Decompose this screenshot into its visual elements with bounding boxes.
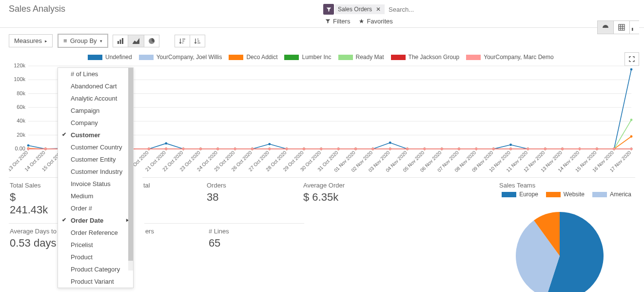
sales-teams-pie (516, 212, 604, 292)
search-facet-label: Sales Orders ✕ (335, 4, 385, 14)
groupby-option[interactable]: Invoice Status (58, 178, 133, 190)
chart-legend: UndefinedYourCompany, Joel WillisDeco Ad… (9, 51, 635, 63)
metric-total-sales: Total Sales $ 241.43k (9, 177, 59, 221)
svg-text:20k: 20k (17, 132, 25, 138)
legend-item[interactable]: Deco Addict (229, 54, 277, 61)
groupby-button[interactable]: ≡ Group By ▾ (58, 34, 108, 48)
svg-point-310 (492, 148, 495, 150)
svg-point-67 (27, 145, 30, 147)
svg-point-246 (630, 119, 633, 121)
svg-point-294 (216, 148, 219, 150)
groupby-option[interactable]: Customer Industry (58, 166, 133, 178)
metric-avg-order: Average Order $ 6.35k (302, 177, 495, 221)
metric-title: Orders (207, 182, 297, 189)
svg-point-306 (423, 148, 426, 150)
sales-teams-title: Sales Teams (499, 182, 631, 189)
groupby-option[interactable]: Product (58, 251, 133, 263)
svg-point-290 (148, 148, 150, 150)
svg-point-303 (371, 148, 374, 150)
facet-text: Sales Orders (338, 6, 372, 13)
facet-remove-icon[interactable]: ✕ (375, 6, 382, 13)
metric-lines: # Lines 65 (208, 223, 304, 254)
groupby-option[interactable]: Customer (58, 129, 133, 141)
svg-point-308 (458, 148, 460, 150)
svg-point-95 (509, 144, 512, 146)
svg-point-300 (320, 148, 322, 150)
svg-point-314 (561, 148, 564, 150)
metric-title: Average Order (303, 182, 490, 189)
svg-point-316 (596, 148, 598, 150)
metric-value: $ 241.43k (10, 191, 55, 216)
dropdown-scrollbar[interactable] (128, 68, 133, 271)
groupby-option[interactable]: Company (58, 117, 133, 129)
svg-text:80k: 80k (17, 90, 25, 96)
page-title: Sales Analysis (9, 4, 65, 14)
metric-value: 38 (207, 191, 297, 204)
sort-asc-button[interactable] (190, 35, 205, 47)
bar-chart-button[interactable] (113, 35, 128, 47)
line-chart-button[interactable] (128, 35, 144, 47)
search-facet[interactable] (323, 4, 334, 15)
groupby-option[interactable]: # of Lines (58, 68, 133, 80)
metric-untaxed: tal (142, 177, 206, 221)
legend-item[interactable]: YourCompany, Joel Willis (139, 54, 222, 61)
groupby-option[interactable]: Customer Country (58, 141, 133, 153)
groupby-option[interactable]: Customer Entity (58, 153, 133, 166)
svg-point-302 (354, 148, 357, 150)
groupby-label: Group By (70, 37, 97, 44)
legend-item[interactable]: Undefined (88, 54, 132, 61)
legend-item[interactable]: Ready Mat (338, 54, 384, 61)
svg-rect-7 (117, 41, 119, 44)
metric-value: 65 (209, 237, 299, 250)
svg-point-88 (389, 142, 391, 144)
svg-point-299 (303, 148, 305, 150)
groupby-option[interactable]: Order Date (58, 214, 133, 227)
legend-item[interactable]: YourCompany, Marc Demo (466, 54, 553, 61)
groupby-dropdown: # of LinesAbandoned CartAnalytic Account… (58, 67, 134, 288)
favorites-label: Favorites (367, 18, 392, 25)
pie-chart-button[interactable] (144, 35, 159, 47)
team-legend-item[interactable]: America (592, 191, 631, 198)
svg-point-293 (199, 148, 202, 150)
dropdown-scrollbar-thumb[interactable] (128, 68, 133, 261)
metric-avg-days: Average Days to 0.53 days (9, 223, 61, 254)
filters-label: Filters (333, 18, 350, 25)
svg-point-318 (630, 148, 633, 150)
svg-point-304 (389, 148, 391, 150)
svg-rect-8 (119, 40, 121, 44)
svg-point-81 (268, 143, 271, 146)
svg-rect-9 (122, 38, 123, 44)
search-zone: Sales Orders ✕ Filters Favorites (323, 4, 635, 25)
svg-point-292 (182, 148, 185, 150)
groupby-option[interactable]: Product Variant (58, 275, 133, 288)
team-legend-item[interactable]: Website (546, 191, 585, 198)
sort-group (175, 35, 205, 47)
svg-text:100k: 100k (14, 76, 25, 82)
groupby-option[interactable]: Abandoned Cart (58, 80, 133, 92)
groupby-option[interactable]: Analytic Account (58, 92, 133, 104)
svg-point-284 (44, 148, 47, 150)
metric-title: Total Sales (10, 182, 55, 189)
legend-item[interactable]: The Jackson Group (391, 54, 460, 61)
groupby-option[interactable]: Pricelist (58, 239, 133, 251)
groupby-option[interactable]: Product Category (58, 263, 133, 275)
team-legend-item[interactable]: Europe (502, 191, 538, 198)
caret-right-icon: ▸ (45, 39, 47, 43)
svg-point-283 (27, 148, 30, 150)
groupby-option[interactable]: Order Reference (58, 227, 133, 239)
sort-desc-button[interactable] (175, 35, 190, 47)
groupby-option[interactable]: Order # (58, 202, 133, 214)
measures-button[interactable]: Measures ▸ (9, 34, 53, 47)
groupby-option[interactable]: Medium (58, 190, 133, 202)
favorites-button[interactable]: Favorites (359, 18, 392, 25)
list-icon: ≡ (63, 37, 67, 44)
filters-button[interactable]: Filters (325, 18, 350, 25)
caret-down-icon: ▾ (100, 39, 102, 43)
groupby-option[interactable]: Campaign (58, 104, 133, 117)
svg-point-311 (509, 148, 512, 150)
legend-item[interactable]: Lumber Inc (284, 54, 331, 61)
metric-title: Average Days to (10, 228, 57, 235)
search-input[interactable] (386, 4, 532, 15)
measures-label: Measures (14, 37, 42, 44)
svg-point-296 (251, 148, 254, 150)
